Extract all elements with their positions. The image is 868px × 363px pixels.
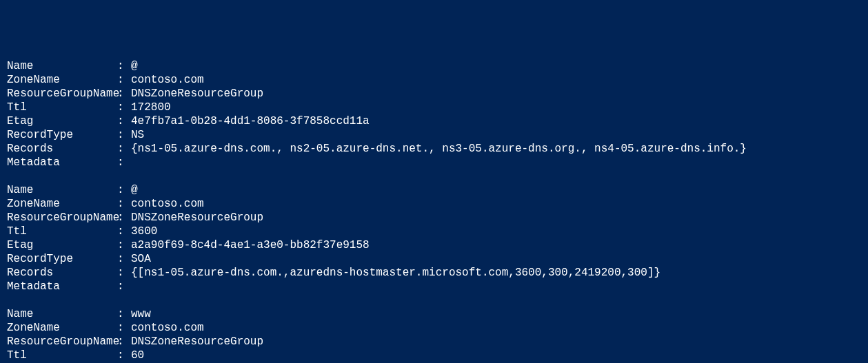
- output-line: Records:{ns1-05.azure-dns.com., ns2-05.a…: [7, 142, 861, 156]
- output-line: Metadata:: [7, 280, 861, 293]
- separator: :: [117, 87, 131, 101]
- output-line: Ttl:3600: [7, 225, 861, 238]
- separator: :: [117, 142, 131, 156]
- field-label-zonename: ZoneName: [7, 197, 117, 211]
- output-line: Ttl:172800: [7, 101, 861, 114]
- field-label-resourcegroupname: ResourceGroupName: [7, 87, 117, 101]
- separator: :: [117, 114, 131, 128]
- output-line: Etag:4e7fb7a1-0b28-4dd1-8086-3f7858ccd11…: [7, 114, 861, 128]
- field-value-resourcegroupname: DNSZoneResourceGroup: [131, 211, 263, 225]
- field-label-records: Records: [7, 142, 117, 156]
- separator: :: [117, 156, 131, 169]
- field-value-zonename: contoso.com: [131, 73, 204, 87]
- output-line: ResourceGroupName:DNSZoneResourceGroup: [7, 335, 861, 349]
- field-label-name: Name: [7, 183, 117, 197]
- field-value-resourcegroupname: DNSZoneResourceGroup: [131, 87, 263, 101]
- field-label-recordtype: RecordType: [7, 128, 117, 142]
- output-line: Name:@: [7, 183, 861, 197]
- field-label-ttl: Ttl: [7, 101, 117, 114]
- field-value-ttl: 172800: [131, 101, 171, 114]
- output-line: Name:@: [7, 59, 861, 73]
- field-label-records: Records: [7, 266, 117, 280]
- field-value-recordtype: SOA: [131, 252, 151, 266]
- separator: :: [117, 59, 131, 73]
- powershell-output: Name:@ZoneName:contoso.comResourceGroupN…: [7, 59, 861, 363]
- output-line: RecordType:SOA: [7, 252, 861, 266]
- separator: :: [117, 225, 131, 238]
- field-label-metadata: Metadata: [7, 156, 117, 169]
- field-value-name: @: [131, 183, 138, 197]
- field-label-resourcegroupname: ResourceGroupName: [7, 335, 117, 349]
- separator: :: [117, 238, 131, 252]
- separator: :: [117, 128, 131, 142]
- output-line: Ttl:60: [7, 349, 861, 362]
- separator: :: [117, 211, 131, 225]
- field-value-name: www: [131, 307, 151, 321]
- field-label-name: Name: [7, 307, 117, 321]
- field-value-ttl: 3600: [131, 225, 157, 238]
- output-line: ResourceGroupName:DNSZoneResourceGroup: [7, 87, 861, 101]
- separator: :: [117, 349, 131, 362]
- separator: :: [117, 101, 131, 114]
- dns-record-block: Name:@ZoneName:contoso.comResourceGroupN…: [7, 183, 861, 293]
- field-value-ttl: 60: [131, 349, 144, 362]
- output-line: ZoneName:contoso.com: [7, 197, 861, 211]
- separator: :: [117, 335, 131, 349]
- output-line: ResourceGroupName:DNSZoneResourceGroup: [7, 211, 861, 225]
- field-label-name: Name: [7, 59, 117, 73]
- field-label-metadata: Metadata: [7, 280, 117, 293]
- field-value-zonename: contoso.com: [131, 321, 204, 335]
- field-value-recordtype: NS: [131, 128, 144, 142]
- output-line: RecordType:NS: [7, 128, 861, 142]
- separator: :: [117, 266, 131, 280]
- separator: :: [117, 183, 131, 197]
- separator: :: [117, 197, 131, 211]
- field-label-zonename: ZoneName: [7, 321, 117, 335]
- field-value-zonename: contoso.com: [131, 197, 204, 211]
- output-line: Metadata:: [7, 156, 861, 169]
- field-label-zonename: ZoneName: [7, 73, 117, 87]
- output-line: Records:{[ns1-05.azure-dns.com.,azuredns…: [7, 266, 861, 280]
- dns-record-block: Name:@ZoneName:contoso.comResourceGroupN…: [7, 59, 861, 169]
- field-value-records: {[ns1-05.azure-dns.com.,azuredns-hostmas…: [131, 266, 660, 280]
- separator: :: [117, 252, 131, 266]
- field-label-etag: Etag: [7, 238, 117, 252]
- field-value-etag: 4e7fb7a1-0b28-4dd1-8086-3f7858ccd11a: [131, 114, 370, 128]
- separator: :: [117, 73, 131, 87]
- field-label-etag: Etag: [7, 114, 117, 128]
- output-line: ZoneName:contoso.com: [7, 73, 861, 87]
- output-line: Etag:a2a90f69-8c4d-4ae1-a3e0-bb82f37e915…: [7, 238, 861, 252]
- output-line: Name:www: [7, 307, 861, 321]
- separator: :: [117, 307, 131, 321]
- field-label-resourcegroupname: ResourceGroupName: [7, 211, 117, 225]
- field-label-ttl: Ttl: [7, 349, 117, 362]
- field-value-resourcegroupname: DNSZoneResourceGroup: [131, 335, 263, 349]
- field-value-records: {ns1-05.azure-dns.com., ns2-05.azure-dns…: [131, 142, 747, 156]
- separator: :: [117, 321, 131, 335]
- output-line: ZoneName:contoso.com: [7, 321, 861, 335]
- field-value-name: @: [131, 59, 138, 73]
- separator: :: [117, 280, 131, 293]
- field-label-recordtype: RecordType: [7, 252, 117, 266]
- dns-record-block: Name:wwwZoneName:contoso.comResourceGrou…: [7, 307, 861, 363]
- field-label-ttl: Ttl: [7, 225, 117, 238]
- field-value-etag: a2a90f69-8c4d-4ae1-a3e0-bb82f37e9158: [131, 238, 370, 252]
